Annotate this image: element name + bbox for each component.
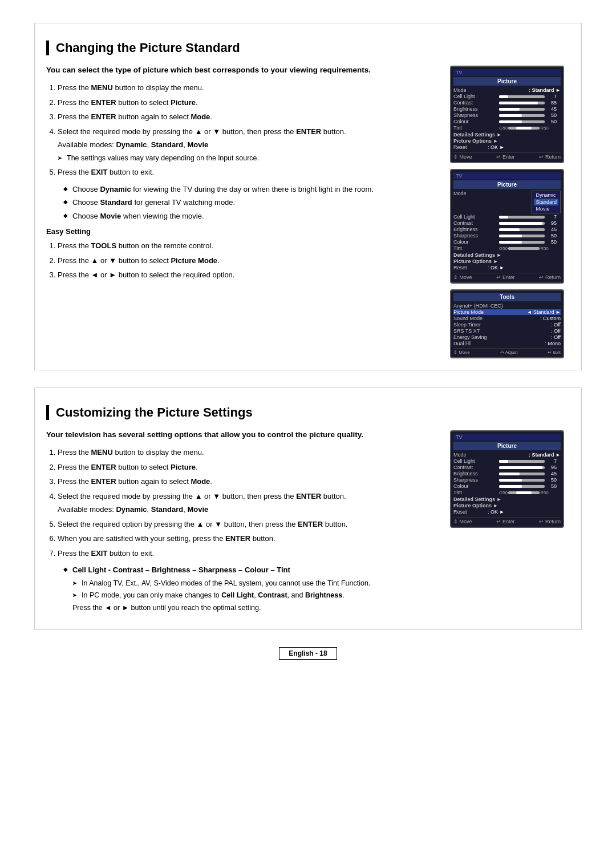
section1-block: Changing the Picture Standard You can se…	[34, 23, 582, 370]
note-button: Press the ◄ or ► button until you reach …	[72, 603, 439, 613]
section1-screens: TV Picture Mode : Standard ► Cell Light7…	[450, 66, 570, 358]
section2-intro: Your television has several setting opti…	[46, 430, 439, 439]
section1-intro: You can select the type of picture which…	[46, 66, 439, 74]
step-1-5: Press the EXIT button to exit.	[58, 167, 439, 178]
screen4-header: Picture	[453, 442, 561, 450]
cell-light-bullet: Cell Light - Contrast – Brightness – Sha…	[46, 564, 439, 613]
s2-step-5: Select the required option by pressing t…	[58, 519, 439, 530]
easy-setting-label: Easy Setting	[46, 227, 439, 236]
page-number: English - 18	[279, 647, 337, 660]
s2-step-3: Press the ENTER button again to select M…	[58, 476, 439, 487]
screen1-header: Picture	[453, 77, 561, 86]
step-1-3: Press the ENTER button again to select M…	[58, 111, 439, 123]
bullet-standard: Choose Standard for general TV watching …	[63, 197, 439, 208]
section2-screens: TV Picture Mode : Standard ► Cell Light7…	[450, 430, 570, 618]
note-pc: ➤ In PC mode, you can only make changes …	[72, 590, 439, 601]
tv-screen-2: TV Picture Mode Dynamic Standard Movie C…	[450, 169, 564, 284]
easy-step-3: Press the ◄ or ► button to select the re…	[58, 269, 439, 281]
tools-footer: ⇕ Move⇔ Adjust↩ Exit	[453, 348, 561, 355]
s2-step-6: When you are satisfied with your setting…	[58, 533, 439, 544]
step-1-4: Select the required mode by pressing the…	[58, 126, 439, 164]
section1-steps: Press the MENU button to display the men…	[58, 82, 439, 178]
easy-step-1: Press the TOOLS button on the remote con…	[58, 240, 439, 252]
section1-text-col: You can select the type of picture which…	[46, 66, 439, 358]
tv-screen-1: TV Picture Mode : Standard ► Cell Light7…	[450, 66, 564, 163]
easy-setting-steps: Press the TOOLS button on the remote con…	[58, 240, 439, 281]
note-analog: ➤ In Analog TV, Ext., AV, S-Video modes …	[72, 578, 439, 589]
s2-step-7: Press the EXIT button to exit.	[58, 548, 439, 559]
screen4-mode: Mode : Standard ►	[453, 452, 561, 458]
bullet-dynamic: Choose Dynamic for viewing the TV during…	[63, 184, 439, 195]
footer: English - 18	[34, 647, 582, 660]
bullet-movie: Choose Movie when viewing the movie.	[63, 211, 439, 222]
note-settings-vary: ➤ The settings values may vary depending…	[58, 153, 439, 164]
tools-row-picture: Picture Mode◄ Standard ►	[453, 309, 561, 315]
tools-row-dual: Dual l-ll: Mono	[453, 341, 561, 346]
tools-header: Tools	[453, 293, 561, 301]
section2-block: Customizing the Picture Settings Your te…	[34, 387, 582, 630]
tv-screen-tools: Tools Anynet+ (HDMI-CEC) Picture Mode◄ S…	[450, 289, 564, 358]
tools-row-anynet: Anynet+ (HDMI-CEC)	[453, 303, 561, 309]
tools-row-sound: Sound Mode: Custom	[453, 316, 561, 321]
section2-steps: Press the MENU button to display the men…	[58, 447, 439, 559]
easy-step-2: Press the ▲ or ▼ button to select Pictur…	[58, 255, 439, 266]
section1-title: Changing the Picture Standard	[46, 41, 570, 55]
step-1-2: Press the ENTER button to select Picture…	[58, 97, 439, 108]
screen2-mode: Mode Dynamic Standard Movie	[453, 191, 561, 213]
section2-title: Customizing the Picture Settings	[46, 405, 570, 420]
screen2-header: Picture	[453, 180, 561, 189]
section1-bullets: Choose Dynamic for viewing the TV during…	[63, 184, 439, 222]
s2-step-2: Press the ENTER button to select Picture…	[58, 462, 439, 473]
screen1-mode: Mode : Standard ►	[453, 87, 561, 93]
tools-row-srs: SRS TS XT: Off	[453, 328, 561, 334]
tv-screen-4: TV Picture Mode : Standard ► Cell Light7…	[450, 430, 564, 528]
cell-light-item: Cell Light - Contrast – Brightness – Sha…	[63, 564, 439, 613]
step-1-1: Press the MENU button to display the men…	[58, 82, 439, 94]
tools-row-sleep: Sleep Timer: Off	[453, 322, 561, 328]
s2-step-1: Press the MENU button to display the men…	[58, 447, 439, 458]
s2-step-4: Select the required mode by pressing the…	[58, 491, 439, 515]
tools-row-energy: Energy Saving: Off	[453, 334, 561, 340]
section2-text-col: Your television has several setting opti…	[46, 430, 439, 618]
